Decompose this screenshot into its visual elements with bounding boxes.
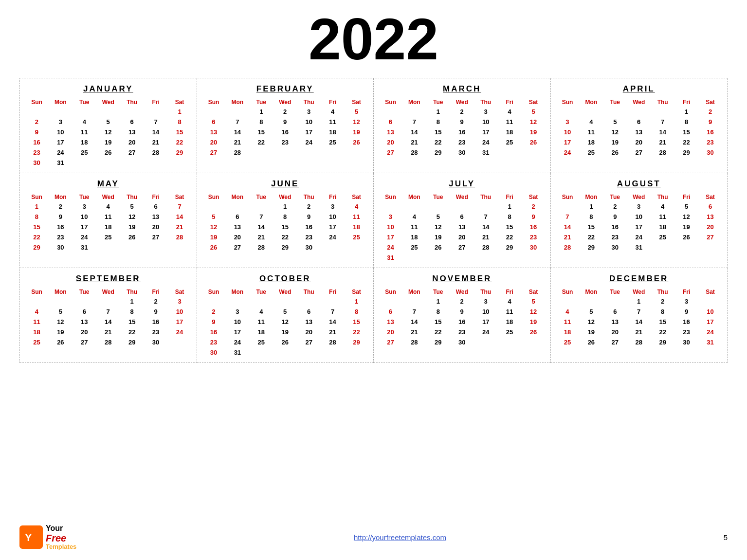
- month-block-february: FEBRUARYSunMonTueWedThuFriSat12345678910…: [197, 78, 374, 173]
- weekday-header-sat: Sat: [345, 193, 368, 201]
- calendar-day: [321, 242, 345, 253]
- weekday-header-mon: Mon: [225, 98, 249, 107]
- calendar-day: 30: [698, 147, 722, 158]
- calendar-day: 15: [426, 317, 450, 327]
- calendar-day: 28: [225, 147, 249, 158]
- calendar-day: 28: [627, 337, 651, 347]
- calendar-day: 24: [474, 137, 498, 147]
- cal-table-june: SunMonTueWedThuFriSat1234567891011121314…: [202, 193, 369, 253]
- calendar-day: [120, 107, 144, 117]
- calendar-day: 26: [120, 232, 144, 242]
- calendar-day: 29: [498, 242, 522, 253]
- month-block-march: MARCHSunMonTueWedThuFriSat12345678910111…: [374, 78, 551, 173]
- weekday-header-sun: Sun: [379, 193, 402, 201]
- calendar-day: 20: [120, 137, 144, 147]
- calendar-day: 4: [498, 296, 522, 307]
- calendar-day: 28: [474, 242, 498, 253]
- calendar-day: 1: [426, 296, 450, 307]
- month-name-july: JULY: [379, 179, 546, 189]
- calendar-day: 15: [651, 317, 674, 327]
- calendar-day: 8: [426, 307, 450, 317]
- calendar-day: [402, 201, 426, 212]
- calendar-day: 29: [120, 337, 144, 347]
- calendar-day: 10: [225, 317, 249, 327]
- calendar-day: 6: [603, 307, 627, 317]
- calendar-day: 2: [522, 201, 546, 212]
- calendar-day: [698, 296, 722, 307]
- calendar-day: [73, 107, 96, 117]
- calendar-week-row: 1: [202, 296, 369, 307]
- calendar-day: [297, 347, 321, 358]
- calendar-day: 14: [168, 212, 192, 222]
- calendar-day: 5: [202, 212, 226, 222]
- calendar-week-row: 18192021222324: [556, 327, 723, 337]
- calendar-day: 6: [627, 117, 651, 127]
- calendar-day: 9: [522, 212, 546, 222]
- calendar-day: 3: [674, 296, 698, 307]
- calendar-day: 12: [273, 317, 297, 327]
- calendar-day: 21: [321, 327, 345, 337]
- calendar-day: 18: [25, 327, 49, 337]
- calendar-day: 5: [426, 212, 450, 222]
- calendar-week-row: 6789101112: [379, 307, 546, 317]
- calendar-day: 11: [321, 117, 345, 127]
- calendar-day: 16: [202, 327, 226, 337]
- calendar-day: 19: [426, 232, 450, 242]
- footer-url[interactable]: http://yourfreetemplates.com: [354, 533, 446, 542]
- calendar-day: [651, 107, 674, 117]
- calendar-day: 30: [450, 147, 474, 158]
- calendar-day: 26: [273, 337, 297, 347]
- logo-icon: Y: [19, 525, 43, 549]
- calendar-week-row: 13141516171819: [202, 127, 369, 137]
- calendar-day: [579, 107, 603, 117]
- calendar-day: [249, 201, 273, 212]
- calendar-day: 22: [273, 232, 297, 242]
- calendar-day: 30: [297, 242, 321, 253]
- calendar-day: 4: [579, 117, 603, 127]
- calendar-day: 28: [249, 242, 273, 253]
- calendar-day: 16: [144, 317, 168, 327]
- calendar-week-row: 1234567: [25, 201, 192, 212]
- calendar-day: 23: [450, 327, 474, 337]
- calendar-week-row: 45678910: [556, 307, 723, 317]
- calendar-day: 6: [698, 201, 722, 212]
- weekday-header-sun: Sun: [556, 193, 580, 201]
- weekday-header-fri: Fri: [674, 193, 698, 201]
- calendar-day: 3: [474, 107, 498, 117]
- calendar-day: 27: [698, 232, 722, 242]
- calendar-day: [698, 242, 722, 253]
- calendar-day: 25: [73, 147, 96, 158]
- calendar-week-row: 3456789: [379, 212, 546, 222]
- calendar-day: 6: [73, 307, 96, 317]
- calendar-day: 4: [321, 107, 345, 117]
- calendar-day: [297, 296, 321, 307]
- month-name-march: MARCH: [379, 84, 546, 94]
- weekday-header-fri: Fri: [144, 288, 168, 296]
- weekday-header-tue: Tue: [603, 98, 627, 107]
- calendar-day: 11: [651, 212, 674, 222]
- month-name-august: AUGUST: [556, 179, 723, 189]
- calendar-day: [426, 253, 450, 263]
- weekday-header-wed: Wed: [450, 193, 474, 201]
- calendar-day: [144, 107, 168, 117]
- calendar-day: 16: [674, 317, 698, 327]
- calendar-day: 21: [651, 137, 674, 147]
- calendar-day: 29: [168, 147, 192, 158]
- calendar-week-row: 12: [379, 201, 546, 212]
- calendar-day: 20: [627, 137, 651, 147]
- calendar-day: 2: [603, 201, 627, 212]
- calendar-day: 5: [674, 201, 698, 212]
- calendar-day: [321, 147, 345, 158]
- calendar-day: 16: [25, 137, 49, 147]
- weekday-header-mon: Mon: [225, 193, 249, 201]
- calendar-day: 8: [25, 212, 49, 222]
- weekday-header-wed: Wed: [273, 193, 297, 201]
- page: 2022 JANUARYSunMonTueWedThuFriSat1234567…: [0, 0, 747, 560]
- calendar-day: 21: [627, 327, 651, 337]
- calendar-day: 28: [402, 147, 426, 158]
- calendar-day: [96, 158, 120, 168]
- month-block-december: DECEMBERSunMonTueWedThuFriSat12345678910…: [551, 268, 728, 363]
- calendar-day: 17: [556, 137, 580, 147]
- calendar-week-row: 18192021222324: [25, 327, 192, 337]
- calendar-day: [345, 147, 368, 158]
